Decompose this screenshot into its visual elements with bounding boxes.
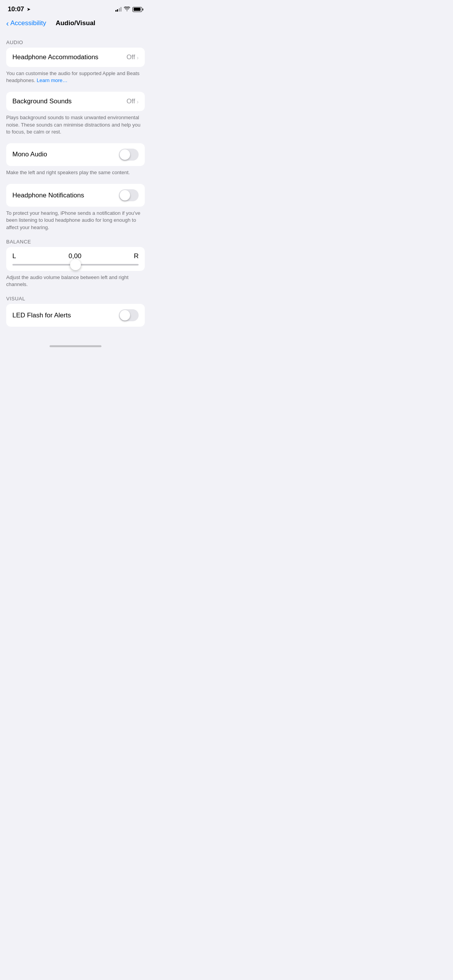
visual-section: VISUAL LED Flash for Alerts <box>0 296 151 327</box>
home-indicator <box>0 342 151 349</box>
led-flash-label: LED Flash for Alerts <box>12 312 71 319</box>
background-sounds-label: Background Sounds <box>12 98 72 105</box>
background-sounds-footer: Plays background sounds to mask unwanted… <box>0 111 151 135</box>
back-chevron-icon: ‹ <box>6 19 9 27</box>
balance-card: L 0,00 R <box>6 247 145 271</box>
status-icons <box>115 7 144 12</box>
balance-slider-track[interactable] <box>12 264 139 266</box>
headphone-notifications-toggle-thumb <box>120 190 130 200</box>
home-bar <box>50 345 101 347</box>
audio-section-header: AUDIO <box>0 39 151 48</box>
mono-audio-row: Mono Audio <box>6 143 145 166</box>
page-title: Audio/Visual <box>56 19 96 27</box>
headphone-notifications-label: Headphone Notifications <box>12 192 84 199</box>
led-flash-row: LED Flash for Alerts <box>6 304 145 327</box>
balance-footer: Adjust the audio volume balance between … <box>0 271 151 288</box>
nav-bar: ‹ Accessibility Audio/Visual <box>0 16 151 32</box>
status-time: 10:07 <box>8 5 24 13</box>
balance-left-label: L <box>12 252 16 260</box>
wifi-icon <box>124 7 130 12</box>
headphone-accommodations-value: Off › <box>127 53 139 61</box>
background-sounds-value: Off › <box>127 98 139 105</box>
background-sounds-row[interactable]: Background Sounds Off › <box>6 92 145 111</box>
location-icon: ➤ <box>27 7 31 12</box>
headphone-notifications-card: Headphone Notifications <box>6 184 145 207</box>
headphone-notifications-row: Headphone Notifications <box>6 184 145 207</box>
battery-icon <box>132 7 143 12</box>
led-flash-card: LED Flash for Alerts <box>6 304 145 327</box>
chevron-right-icon: › <box>137 54 139 61</box>
visual-section-header: VISUAL <box>0 296 151 304</box>
back-label: Accessibility <box>10 19 46 27</box>
learn-more-link[interactable]: Learn more… <box>37 77 67 83</box>
led-flash-toggle-thumb <box>120 310 130 320</box>
balance-value: 0,00 <box>69 252 81 260</box>
headphone-accommodations-label: Headphone Accommodations <box>12 53 98 61</box>
balance-right-label: R <box>134 252 139 260</box>
headphone-accommodations-footer: You can customise the audio for supporte… <box>0 67 151 84</box>
mono-audio-toggle-thumb <box>120 149 130 160</box>
mono-audio-label: Mono Audio <box>12 151 47 158</box>
status-bar: 10:07 ➤ <box>0 0 151 16</box>
led-flash-toggle[interactable] <box>119 309 139 321</box>
balance-section-header: BALANCE <box>0 239 151 247</box>
headphone-accommodations-row[interactable]: Headphone Accommodations Off › <box>6 48 145 67</box>
headphone-notifications-footer: To protect your hearing, iPhone sends a … <box>0 207 151 231</box>
balance-slider-thumb[interactable] <box>70 259 81 270</box>
headphone-accommodations-card[interactable]: Headphone Accommodations Off › <box>6 48 145 67</box>
mono-audio-card: Mono Audio <box>6 143 145 166</box>
balance-labels: L 0,00 R <box>12 252 139 260</box>
balance-section: BALANCE L 0,00 R Adjust the audio volume… <box>0 239 151 288</box>
audio-section: AUDIO Headphone Accommodations Off › You… <box>0 39 151 231</box>
signal-strength-icon <box>115 7 122 12</box>
chevron-right-icon: › <box>137 98 139 105</box>
background-sounds-card[interactable]: Background Sounds Off › <box>6 92 145 111</box>
headphone-notifications-toggle[interactable] <box>119 189 139 201</box>
mono-audio-toggle[interactable] <box>119 149 139 161</box>
mono-audio-footer: Make the left and right speakers play th… <box>0 166 151 176</box>
back-button[interactable]: ‹ Accessibility <box>6 19 46 27</box>
